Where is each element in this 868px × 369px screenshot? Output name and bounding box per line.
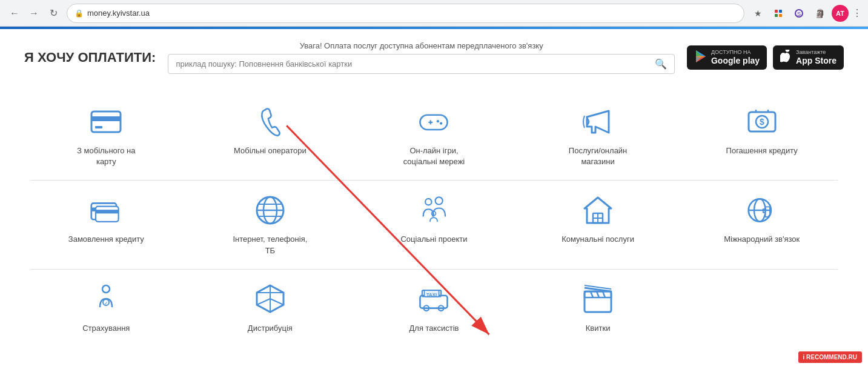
category-label-services: Послуги/онлайнмагазини xyxy=(569,145,627,167)
category-loan-repayment[interactable]: $ Погашення кредиту xyxy=(680,92,844,180)
taxi-icon: TAXI xyxy=(416,282,452,316)
category-label-tickets: Квитки xyxy=(586,323,611,334)
svg-text:$: $ xyxy=(760,117,764,127)
category-international[interactable]: Міжнародний зв'язок xyxy=(680,181,844,268)
category-label-internet: Інтернет, телефонія,ТБ xyxy=(233,234,307,256)
app-store-badge[interactable]: Завантажте App Store xyxy=(773,45,844,70)
category-distribution[interactable]: Дистрибуція xyxy=(188,270,353,347)
search-box[interactable]: 🔍 xyxy=(168,54,675,74)
category-label-loan-repayment: Погашення кредиту xyxy=(726,145,798,156)
svg-point-43 xyxy=(102,285,110,293)
reload-button[interactable]: ↻ xyxy=(45,5,62,22)
profile-button[interactable]: AT xyxy=(832,5,849,22)
svg-text:✓: ✓ xyxy=(104,301,108,306)
page-title: Я ХОЧУ ОПЛАТИТИ: xyxy=(24,50,156,65)
insurance-icon: ✓ xyxy=(88,282,124,316)
category-taxi[interactable]: TAXI Для таксистів xyxy=(352,270,516,347)
svg-point-17 xyxy=(437,119,439,122)
address-bar[interactable]: 🔒 money.kyivstar.ua xyxy=(67,4,744,23)
extension-button1[interactable] xyxy=(770,5,787,22)
category-social[interactable]: Соціальні проекти xyxy=(352,181,516,268)
google-play-icon xyxy=(694,50,707,66)
globe2-icon xyxy=(744,193,780,227)
categories-row-1: З мобільного накарту Мобільні оператори xyxy=(24,92,844,347)
search-input[interactable] xyxy=(176,59,650,68)
svg-rect-27 xyxy=(96,210,119,213)
browser-actions: ★ S 🗿 AT ⋮ xyxy=(749,5,862,22)
svg-rect-11 xyxy=(91,111,121,132)
category-services[interactable]: Послуги/онлайнмагазини xyxy=(516,92,680,180)
gamepad-icon xyxy=(416,105,452,138)
svg-rect-1 xyxy=(779,10,782,13)
credit-cards-icon xyxy=(88,193,124,227)
app-badges: ДОСТУПНО НА Google play Завантажте App S… xyxy=(687,45,844,70)
google-play-badge[interactable]: ДОСТУПНО НА Google play xyxy=(687,45,767,70)
extension-button2[interactable]: S xyxy=(790,5,807,22)
apple-icon xyxy=(780,50,792,66)
category-mobile-to-card[interactable]: З мобільного накарту xyxy=(24,92,188,180)
clapboard-icon xyxy=(580,282,616,316)
category-empty xyxy=(680,270,844,347)
svg-rect-0 xyxy=(775,10,778,13)
category-label-online-games: Он-лайн ігри,соціальні мережі xyxy=(403,145,465,167)
search-icon: 🔍 xyxy=(655,58,667,70)
search-area: Увага! Оплата послуг доступна абонентам … xyxy=(168,41,675,74)
category-insurance[interactable]: ✓ Страхування xyxy=(24,270,188,347)
url-text: money.kyivstar.ua xyxy=(87,8,737,18)
categories-grid-2: Замовлення кредиту Інтернет, телефонія,Т… xyxy=(24,181,844,268)
category-label-utilities: Комунальні послуги xyxy=(562,234,634,245)
svg-point-18 xyxy=(440,122,442,124)
category-utilities[interactable]: Комунальні послуги xyxy=(516,181,680,268)
globe-icon xyxy=(252,193,288,227)
category-tickets[interactable]: Квитки xyxy=(516,270,680,347)
svg-point-34 xyxy=(436,197,443,204)
category-label-credit-order: Замовлення кредиту xyxy=(68,234,144,245)
family-icon xyxy=(416,193,452,227)
app-store-label: App Store xyxy=(796,56,837,66)
category-label-mobile-to-card: З мобільного накарту xyxy=(77,145,135,167)
notice-text: Увага! Оплата послуг доступна абонентам … xyxy=(168,41,675,50)
extension-button3[interactable]: 🗿 xyxy=(811,5,828,22)
category-online-games[interactable]: Он-лайн ігри,соціальні мережі xyxy=(352,92,516,180)
back-button[interactable]: ← xyxy=(6,5,23,22)
megaphone-icon xyxy=(580,105,616,138)
lock-icon: 🔒 xyxy=(75,9,84,18)
svg-rect-14 xyxy=(420,115,448,129)
categories-grid-3: ✓ Страхування Дистрибуція xyxy=(24,270,844,347)
category-credit-order[interactable]: Замовлення кредиту xyxy=(24,181,188,268)
category-label-insurance: Страхування xyxy=(82,323,130,334)
category-label-social: Соціальні проекти xyxy=(400,234,467,245)
forward-button[interactable]: → xyxy=(25,5,42,22)
menu-dots[interactable]: ⋮ xyxy=(852,7,862,19)
nav-buttons: ← → ↻ xyxy=(6,5,62,22)
svg-line-49 xyxy=(257,299,270,305)
star-button[interactable]: ★ xyxy=(749,5,766,22)
svg-line-50 xyxy=(270,299,283,305)
box-icon xyxy=(252,282,288,316)
category-label-mobile-operators: Мобільні оператори xyxy=(234,145,306,156)
category-label-international: Міжнародний зв'язок xyxy=(724,234,800,245)
top-bar: Я ХОЧУ ОПЛАТИТИ: Увага! Оплата послуг до… xyxy=(24,41,844,74)
recommend-badge: i RECOMMEND.RU xyxy=(798,351,862,363)
browser-chrome: ← → ↻ 🔒 money.kyivstar.ua ★ S 🗿 AT ⋮ xyxy=(0,0,868,27)
loan-icon: $ xyxy=(744,105,780,138)
svg-rect-13 xyxy=(95,126,102,128)
phone-icon xyxy=(252,105,288,138)
categories-grid-1: З мобільного накарту Мобільні оператори xyxy=(24,92,844,180)
category-label-distribution: Дистрибуція xyxy=(248,323,293,334)
page-wrapper: Я ХОЧУ ОПЛАТИТИ: Увага! Оплата послуг до… xyxy=(0,29,868,369)
svg-text:S: S xyxy=(797,11,801,17)
card-icon xyxy=(88,105,124,138)
svg-point-33 xyxy=(426,199,432,205)
svg-rect-12 xyxy=(91,116,121,121)
category-label-taxi: Для таксистів xyxy=(409,323,459,334)
svg-rect-2 xyxy=(775,14,778,17)
house-icon xyxy=(580,193,616,227)
svg-text:TAXI: TAXI xyxy=(426,292,437,298)
svg-rect-3 xyxy=(779,14,782,17)
svg-rect-26 xyxy=(96,207,119,222)
app-store-text: Завантажте App Store xyxy=(796,49,837,66)
google-play-text: ДОСТУПНО НА Google play xyxy=(711,49,760,66)
category-internet[interactable]: Інтернет, телефонія,ТБ xyxy=(188,181,353,268)
category-mobile-operators[interactable]: Мобільні оператори xyxy=(188,92,353,180)
